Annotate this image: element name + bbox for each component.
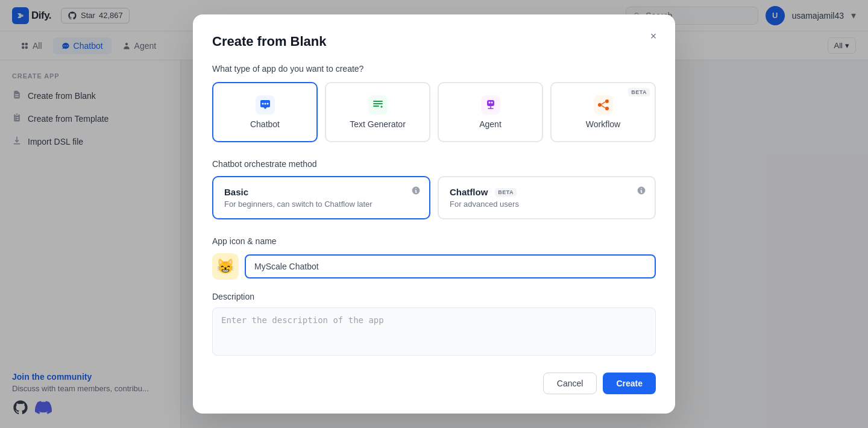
svg-point-14 <box>605 107 609 110</box>
orchestrate-basic-header: Basic <box>224 187 418 197</box>
app-icon-emoji: 😸 <box>216 258 234 275</box>
app-type-text-generator[interactable]: Text Generator <box>325 82 430 142</box>
create-from-blank-modal: Create from Blank × What type of app do … <box>193 14 675 414</box>
svg-point-10 <box>491 102 492 104</box>
app-name-input[interactable] <box>245 254 656 279</box>
workflow-beta-badge: BETA <box>628 88 650 96</box>
workflow-card-icon <box>561 95 645 115</box>
description-label: Description <box>212 292 656 301</box>
svg-rect-11 <box>594 95 613 115</box>
workflow-card-label: Workflow <box>561 119 645 129</box>
orchestrate-chatflow-desc: For advanced users <box>450 200 644 209</box>
description-textarea[interactable] <box>212 307 656 356</box>
svg-point-3 <box>262 103 263 105</box>
icon-name-row: 😸 <box>212 253 656 280</box>
app-type-cards: Chatbot Text Generator <box>212 82 656 142</box>
chatflow-beta-badge: BETA <box>495 188 517 197</box>
chatbot-card-label: Chatbot <box>223 119 307 129</box>
app-type-chatbot[interactable]: Chatbot <box>212 82 318 142</box>
orchestrate-cards: Basic For beginners, can switch to Chatf… <box>212 176 656 219</box>
svg-point-12 <box>598 103 602 107</box>
agent-card-icon <box>448 95 532 115</box>
orchestrate-basic[interactable]: Basic For beginners, can switch to Chatf… <box>212 176 430 219</box>
orchestrate-chatflow-info-icon <box>637 186 646 198</box>
orchestrate-basic-info-icon <box>411 186 421 198</box>
orchestrate-chatflow-header: Chatflow BETA <box>450 187 644 197</box>
icon-name-label: App icon & name <box>212 236 656 246</box>
svg-rect-6 <box>368 95 388 115</box>
agent-card-label: Agent <box>448 119 532 129</box>
app-type-question: What type of app do you want to create? <box>212 64 656 74</box>
cancel-button[interactable]: Cancel <box>543 373 597 394</box>
app-type-workflow[interactable]: BETA Workflow <box>550 82 656 142</box>
orchestrate-chatflow[interactable]: Chatflow BETA For advanced users <box>438 176 656 219</box>
svg-point-4 <box>264 103 266 105</box>
modal-footer: Cancel Create <box>212 373 656 394</box>
create-button[interactable]: Create <box>603 373 656 394</box>
orchestrate-label: Chatbot orchestrate method <box>212 159 656 169</box>
text-gen-card-icon <box>336 95 420 115</box>
orchestrate-basic-desc: For beginners, can switch to Chatflow la… <box>224 200 418 209</box>
orchestrate-basic-title: Basic <box>224 187 248 197</box>
svg-point-13 <box>605 99 609 103</box>
modal-close-button[interactable]: × <box>644 27 663 46</box>
app-icon-button[interactable]: 😸 <box>212 253 239 280</box>
text-gen-card-label: Text Generator <box>336 119 420 129</box>
modal-title: Create from Blank <box>212 34 656 49</box>
app-type-agent[interactable]: Agent <box>438 82 543 142</box>
close-icon: × <box>650 30 657 43</box>
chatbot-card-icon <box>223 95 307 115</box>
orchestrate-chatflow-title: Chatflow <box>450 187 488 197</box>
svg-point-9 <box>488 102 490 104</box>
modal-overlay: Create from Blank × What type of app do … <box>0 0 868 428</box>
svg-point-5 <box>266 103 268 105</box>
